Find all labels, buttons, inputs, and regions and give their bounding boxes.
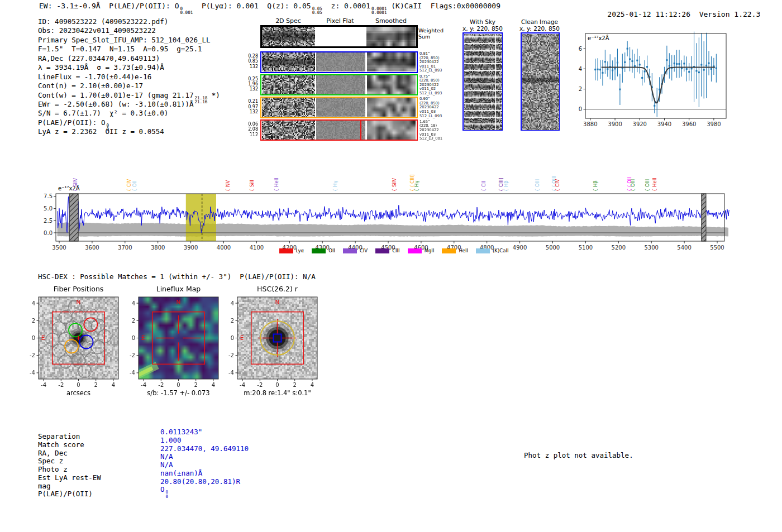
spec2d-col-header: 2D Spec xyxy=(275,17,301,25)
svg-text:0: 0 xyxy=(579,106,582,112)
svg-text:2.5: 2.5 xyxy=(44,218,53,224)
legend-swatch xyxy=(312,248,326,253)
legend-item: MgII xyxy=(408,248,435,253)
match-table-value: nan(±nan)Å xyxy=(160,469,249,477)
info-line: EWr = -2.50(±0.68) (w: -3.10(±0.81))Å xyxy=(38,100,220,109)
svg-text:E: E xyxy=(240,334,244,341)
spec2d-row-right-labels: 1.65"(220, 18)20230422v011_03512_LU_001 xyxy=(419,120,446,141)
legend-label: MgII xyxy=(425,248,435,253)
stacked-fraction: 21.1821.16 xyxy=(194,96,207,104)
emission-line-marker: { NV xyxy=(225,180,231,191)
emission-line-marker: { Hγ xyxy=(332,180,338,191)
legend-swatch xyxy=(408,248,422,253)
spec2d-weighted-smoothed xyxy=(366,27,416,46)
emission-line-marker: { OIII xyxy=(535,179,540,191)
svg-text:3980: 3980 xyxy=(707,121,721,127)
spec2d-row-left-values: 0.210.97132 xyxy=(244,99,258,114)
info-line: S/N = 6.7(±1.7) χ² = 0.3(±0.0) xyxy=(38,109,220,118)
svg-text:2: 2 xyxy=(94,382,98,388)
emission-line-marker: { OIII xyxy=(630,179,636,191)
fiber_positions-overlay: Fiber PositionsNE-4-4-2-2002244arcsecs xyxy=(28,282,133,399)
legend-swatch xyxy=(375,248,389,253)
svg-text:5200: 5200 xyxy=(612,245,626,251)
photz-note: Phot z plot not available. xyxy=(524,451,633,459)
svg-text:-4: -4 xyxy=(130,370,135,376)
emission-line-marker: { SiII xyxy=(249,180,255,191)
spec2d-red-divider xyxy=(360,121,361,140)
spec2d-col-header: Smoothed xyxy=(375,17,407,25)
svg-text:0: 0 xyxy=(231,335,234,341)
stacked-fraction: 00.001 xyxy=(180,7,193,15)
svg-text:3600: 3600 xyxy=(85,245,99,251)
svg-text:4: 4 xyxy=(579,66,582,72)
svg-text:5000: 5000 xyxy=(546,245,560,251)
svg-text:E: E xyxy=(141,334,145,341)
match-table-label: Spec z xyxy=(38,457,101,465)
report-version: Version 1.22.3 xyxy=(699,10,761,18)
svg-text:-4: -4 xyxy=(228,370,234,376)
svg-text:3800: 3800 xyxy=(151,245,165,251)
legend-item: (K)CaII xyxy=(476,248,508,253)
match-table-label: mag xyxy=(38,482,101,490)
emission-line-marker: { Hβ xyxy=(503,180,509,191)
match-table-label: RA, Dec xyxy=(38,449,101,457)
info-line: Cont(w) = 1.70(±0.01)e-17 (gmag 21.1721.… xyxy=(38,91,220,100)
svg-text:e⁻¹⁷x2Å: e⁻¹⁷x2Å xyxy=(588,35,609,41)
svg-text:-2: -2 xyxy=(228,352,234,358)
legend-swatch xyxy=(343,248,357,253)
match-table-value: 227.034470, 49.649110 xyxy=(160,444,249,453)
svg-text:Fiber Positions: Fiber Positions xyxy=(54,285,104,293)
header-summary-line: EW: -3.1±-0.9Å P(LAE)/P(OII): O00.001 P(… xyxy=(39,2,500,15)
svg-text:4: 4 xyxy=(112,382,115,388)
spec2d-row-2d xyxy=(262,52,315,71)
legend-label: CIV xyxy=(360,248,368,253)
spec2d-row-2d xyxy=(262,75,315,94)
svg-text:Lineflux Map: Lineflux Map xyxy=(156,285,201,293)
svg-text:2: 2 xyxy=(293,382,297,388)
match-table-value: 20.80(20.80,20.81)R xyxy=(160,477,249,486)
svg-text:0: 0 xyxy=(32,335,35,341)
emission-line-marker: { OIII xyxy=(645,179,650,191)
match-table-label: Match score xyxy=(38,440,101,449)
svg-text:-4: -4 xyxy=(30,370,35,376)
info-line: RA,Dec (227.034470,49.649113) xyxy=(38,54,220,63)
svg-text:3700: 3700 xyxy=(118,245,132,251)
full-spectrum-plot: 3500360037003800390040004100420043004400… xyxy=(31,146,779,261)
info-line: P(LAE)/P(OII): O00 xyxy=(38,118,220,127)
info-line: LineFlux = -1.70(±0.44)e-16 xyxy=(38,73,220,82)
legend-item: HeII xyxy=(442,248,468,253)
legend-swatch xyxy=(476,248,490,253)
stacked-fraction: 0.050.05 xyxy=(312,7,322,15)
match-table-value: 0.0113243" xyxy=(160,428,249,436)
spec2d-row-pixelflat xyxy=(316,75,365,94)
svg-text:4: 4 xyxy=(231,300,234,306)
match-table-labels: SeparationMatch scoreRA, DecSpec zPhoto … xyxy=(38,432,101,498)
svg-text:N: N xyxy=(177,299,181,305)
svg-text:HSC(26.2) r: HSC(26.2) r xyxy=(257,285,298,293)
stacked-fraction: 0.00010.0001 xyxy=(371,7,387,15)
match-table-values: 0.0113243"1.000227.034470, 49.649110N/AN… xyxy=(160,428,249,493)
svg-text:0: 0 xyxy=(177,382,180,388)
svg-text:-4: -4 xyxy=(141,382,146,388)
svg-text:4: 4 xyxy=(212,382,215,388)
svg-text:-4: -4 xyxy=(41,382,46,388)
clean-image xyxy=(522,34,559,130)
svg-text:0: 0 xyxy=(132,335,135,341)
legend-item: CIII xyxy=(375,248,399,253)
spec2d-row-left-values: 0.062.08112 xyxy=(244,122,258,137)
svg-text:-2: -2 xyxy=(30,352,35,358)
svg-text:3500: 3500 xyxy=(52,245,66,251)
svg-text:5500: 5500 xyxy=(710,245,724,251)
match-table-value: 1.000 xyxy=(160,436,249,444)
svg-text:6: 6 xyxy=(579,46,582,52)
spec2d-row-2d xyxy=(262,121,315,140)
svg-text:2: 2 xyxy=(32,318,35,324)
info-line: Primary Spec_Slot_IFU_AMP: 512_104_026_L… xyxy=(38,36,220,45)
svg-text:4100: 4100 xyxy=(250,245,264,251)
spec2d-row-smoothed xyxy=(367,52,416,71)
svg-text:7.5: 7.5 xyxy=(44,193,53,199)
detection-info-block: ID: 4090523222 (4090523222.pdf)Obs: 2023… xyxy=(38,17,220,137)
svg-text:5.0: 5.0 xyxy=(44,205,53,212)
svg-text:3880: 3880 xyxy=(583,121,597,127)
legend-label: OII xyxy=(328,248,335,253)
